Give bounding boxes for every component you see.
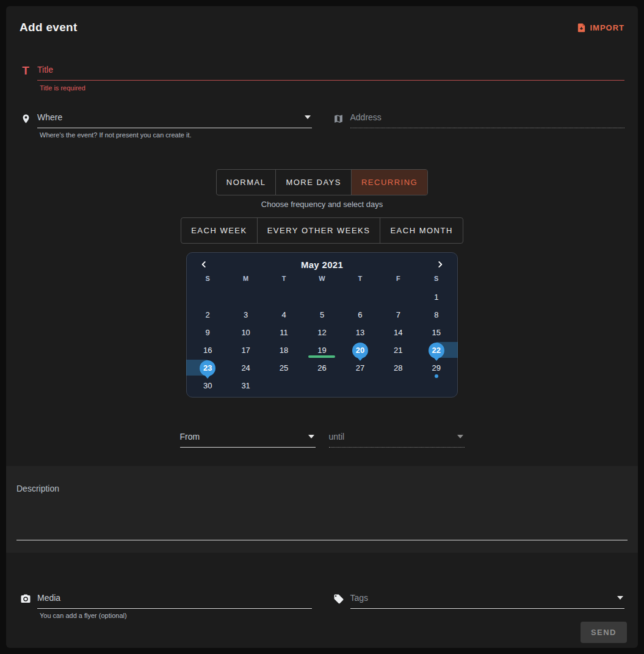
calendar-day-23[interactable]: 23: [189, 359, 226, 377]
until-select[interactable]: until: [329, 432, 465, 448]
weekday-label: W: [303, 275, 341, 286]
weekday-label: S: [418, 275, 455, 286]
tab-more-days[interactable]: MORE DAYS: [275, 170, 351, 195]
title-input[interactable]: Title: [37, 65, 624, 81]
calendar-day-19[interactable]: 19: [303, 341, 341, 359]
title-text-icon: T: [20, 65, 32, 76]
calendar-day-9[interactable]: 9: [189, 324, 226, 341]
frequency-option-each-week[interactable]: EACH WEEK: [181, 218, 257, 243]
from-select[interactable]: From: [180, 432, 316, 448]
weekday-label: T: [265, 275, 303, 286]
where-address-row: Where Where's the event? If not present …: [17, 112, 627, 139]
calendar-day-26[interactable]: 26: [303, 359, 341, 377]
tags-placeholder: Tags: [350, 593, 369, 603]
calendar-day-8[interactable]: 8: [418, 306, 455, 324]
calendar-day-30[interactable]: 30: [189, 377, 226, 394]
selected-day-number: 20: [352, 343, 368, 358]
day-number: 30: [203, 381, 212, 390]
calendar-day-11[interactable]: 11: [265, 324, 303, 341]
where-field: Where: [17, 112, 314, 128]
day-number: 25: [280, 363, 288, 372]
description-section: Description: [6, 466, 638, 553]
description-input[interactable]: Description: [16, 483, 628, 540]
calendar-prev-month-button[interactable]: [198, 259, 209, 270]
where-select[interactable]: Where: [37, 112, 312, 128]
media-placeholder: Media: [37, 593, 60, 603]
calendar-day-3[interactable]: 3: [226, 306, 264, 324]
calendar-day-25[interactable]: 25: [265, 359, 303, 377]
media-field: Media: [17, 593, 314, 609]
calendar-day-13[interactable]: 13: [341, 324, 379, 341]
weekday-label: F: [379, 275, 417, 286]
calendar-day-10[interactable]: 10: [226, 324, 264, 341]
tags-field: Tags: [330, 593, 628, 609]
calendar-day-21[interactable]: 21: [379, 341, 417, 359]
day-number: 14: [394, 328, 402, 337]
tag-icon: [333, 594, 345, 605]
frequency-option-each-month[interactable]: EACH MONTH: [380, 218, 462, 243]
address-input[interactable]: Address: [350, 112, 625, 128]
where-placeholder: Where: [37, 112, 62, 122]
media-helper: You can add a flyer (optional): [40, 612, 314, 619]
send-button[interactable]: SEND: [581, 622, 627, 643]
page-title: Add event: [20, 21, 78, 34]
day-number: 9: [206, 328, 210, 337]
title-field: T Title: [17, 65, 627, 81]
media-tags-section: Media You can add a flyer (optional) Tag…: [6, 553, 638, 648]
calendar-empty-cell: [189, 288, 226, 306]
import-button[interactable]: IMPORT: [576, 23, 624, 33]
add-event-dialog: Add event IMPORT T Title Title is requir…: [6, 6, 638, 648]
day-number: 16: [203, 346, 212, 355]
calendar-day-5[interactable]: 5: [303, 306, 341, 324]
calendar-day-14[interactable]: 14: [379, 324, 417, 341]
chevron-right-icon: [436, 260, 444, 269]
calendar-day-20[interactable]: 20: [341, 341, 379, 359]
title-placeholder: Title: [37, 65, 53, 74]
tab-recurring[interactable]: RECURRING: [351, 170, 427, 195]
calendar-day-16[interactable]: 16: [189, 341, 226, 359]
calendar-day-15[interactable]: 15: [418, 324, 455, 341]
day-number: 15: [432, 328, 441, 337]
calendar-day-29[interactable]: 29: [418, 359, 455, 377]
calendar-day-18[interactable]: 18: [265, 341, 303, 359]
description-placeholder: Description: [16, 484, 59, 493]
calendar-day-24[interactable]: 24: [226, 359, 264, 377]
tab-normal[interactable]: NORMAL: [217, 170, 276, 195]
where-dropdown-caret-icon: [305, 115, 311, 119]
calendar-day-12[interactable]: 12: [303, 324, 341, 341]
tags-column: Tags: [330, 593, 628, 619]
day-number: 24: [241, 363, 250, 372]
calendar-day-1[interactable]: 1: [418, 288, 455, 306]
selected-day-number: 23: [200, 360, 215, 376]
day-number: 5: [320, 310, 324, 319]
time-range-row: From until: [180, 432, 465, 448]
chevron-left-icon: [200, 260, 208, 269]
calendar-weekday-row: SMTWTFS: [189, 275, 455, 286]
address-field: Address: [330, 112, 628, 128]
media-column: Media You can add a flyer (optional): [17, 593, 314, 619]
calendar-empty-cell: [265, 288, 303, 306]
tags-select[interactable]: Tags: [350, 593, 625, 609]
calendar-day-28[interactable]: 28: [379, 359, 417, 377]
calendar-day-31[interactable]: 31: [226, 377, 264, 394]
calendar-day-4[interactable]: 4: [265, 306, 303, 324]
address-column: Address: [330, 112, 628, 139]
calendar-day-17[interactable]: 17: [226, 341, 264, 359]
calendar-day-2[interactable]: 2: [189, 306, 226, 324]
calendar-empty-cell: [341, 288, 379, 306]
calendar-next-month-button[interactable]: [435, 259, 446, 270]
calendar: May 2021 SMTWTFS 12345678910111213141516…: [186, 252, 458, 398]
calendar-day-22[interactable]: 22: [418, 341, 455, 359]
day-number: 1: [434, 292, 438, 302]
day-number: 11: [280, 328, 288, 337]
calendar-day-27[interactable]: 27: [341, 359, 379, 377]
event-form-section: Add event IMPORT T Title Title is requir…: [6, 6, 638, 466]
calendar-day-7[interactable]: 7: [379, 306, 417, 324]
calendar-day-6[interactable]: 6: [341, 306, 379, 324]
calendar-empty-cell: [379, 288, 417, 306]
frequency-option-every-other-weeks[interactable]: EVERY OTHER WEEKS: [257, 218, 380, 243]
from-placeholder: From: [180, 432, 200, 441]
tags-dropdown-caret-icon: [617, 596, 623, 600]
media-input[interactable]: Media: [37, 593, 312, 609]
weekday-label: T: [341, 275, 379, 286]
